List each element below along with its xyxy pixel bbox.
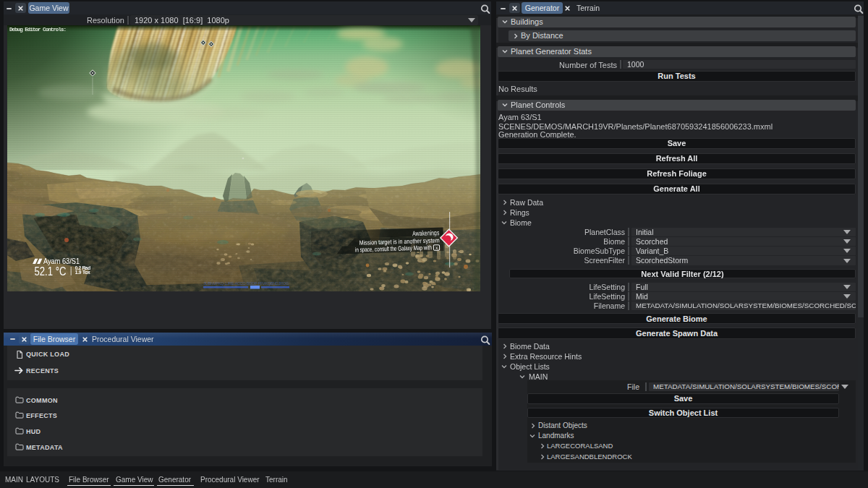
svg-text:3UBNVPKQ-1JRE-ACCC-SGDP-FFVKQB: 3UBNVPKQ-1JRE-ACCC-SGDP-FFVKQBNDJROG xyxy=(203,281,289,286)
svg-text:52.1 °C: 52.1 °C xyxy=(35,265,67,278)
svg-text:Debug Editor Controls:: Debug Editor Controls: xyxy=(9,27,67,33)
svg-text:1.9 Tox: 1.9 Tox xyxy=(75,270,90,275)
svg-text:x: x xyxy=(435,246,438,250)
